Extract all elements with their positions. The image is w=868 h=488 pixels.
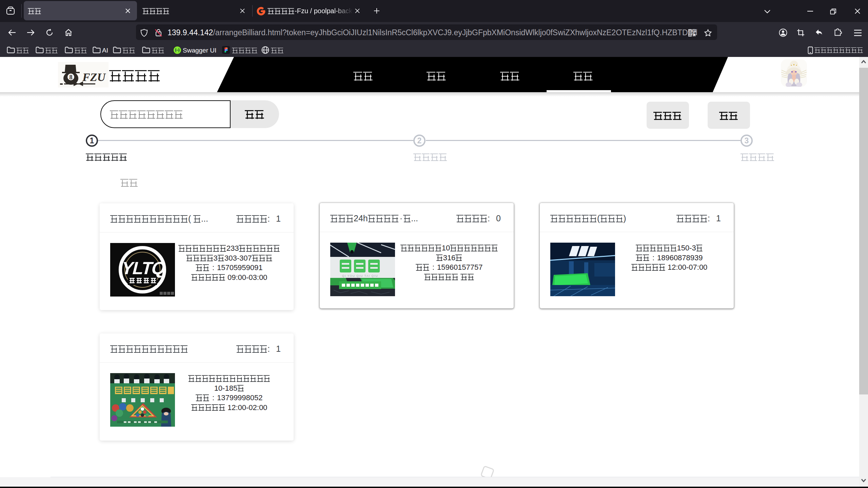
svg-text:YLTQ: YLTQ: [119, 258, 167, 278]
svg-text:QI YOU QIU TAI QIU: QI YOU QIU TAI QIU: [342, 274, 378, 278]
svg-text:FZU: FZU: [82, 71, 106, 83]
svg-text:8: 8: [69, 74, 73, 81]
